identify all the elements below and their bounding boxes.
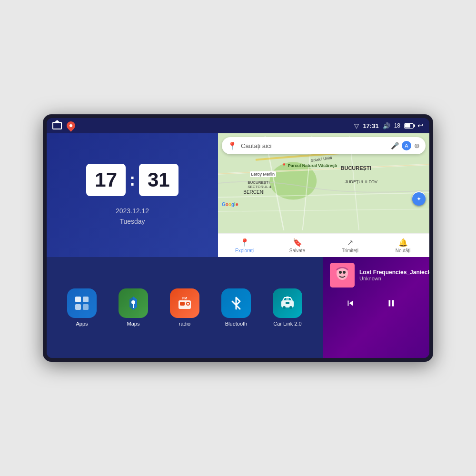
clock-widget: 17 : 31 2023.12.12 Tuesday bbox=[47, 133, 218, 257]
svg-point-25 bbox=[339, 271, 342, 274]
radio-icon-wrapper: FM bbox=[170, 288, 199, 318]
app-item-bluetooth[interactable]: Bluetooth bbox=[221, 288, 251, 327]
music-text: Lost Frequencies_Janieck Devy-... Unknow… bbox=[359, 269, 429, 281]
top-section: 17 : 31 2023.12.12 Tuesday 📍 bbox=[47, 133, 429, 257]
map-search-actions: 🎤 A ⊕ bbox=[391, 141, 420, 150]
news-label: Noutăți bbox=[396, 248, 411, 253]
carlink-icon-wrapper bbox=[273, 288, 302, 318]
next-icon bbox=[427, 298, 429, 308]
music-player: Lost Frequencies_Janieck Devy-... Unknow… bbox=[323, 257, 429, 358]
battery-icon bbox=[404, 123, 414, 129]
radio-label: radio bbox=[179, 321, 190, 327]
car-head-unit: ▽ 17:31 🔊 18 ↩ 17 : bbox=[43, 114, 433, 362]
sector4-label: BUCUREȘTISECTORUL 4 bbox=[248, 180, 271, 189]
svg-rect-10 bbox=[75, 304, 81, 310]
home-icon[interactable] bbox=[52, 122, 62, 129]
back-icon[interactable]: ↩ bbox=[417, 121, 424, 130]
microphone-icon[interactable]: 🎤 bbox=[391, 142, 399, 149]
play-pause-button[interactable] bbox=[383, 295, 400, 312]
saved-icon: 🔖 bbox=[293, 238, 302, 247]
status-bar: ▽ 17:31 🔊 18 ↩ bbox=[47, 118, 429, 133]
ilfov-label: JUDEȚUL ILFOV bbox=[345, 179, 377, 184]
svg-point-20 bbox=[289, 306, 292, 309]
signal-strength: 18 bbox=[394, 122, 400, 129]
clock-display: 17 : 31 bbox=[86, 164, 178, 196]
explore-icon: 📍 bbox=[240, 238, 249, 247]
maps-icon[interactable] bbox=[65, 119, 77, 131]
album-art-image bbox=[330, 263, 355, 288]
news-icon: 🔔 bbox=[398, 238, 408, 247]
send-icon: ↗ bbox=[347, 238, 353, 247]
apps-label: Apps bbox=[76, 321, 88, 327]
prev-button[interactable] bbox=[342, 295, 359, 312]
album-art bbox=[330, 263, 355, 288]
map-bottom-nav: 📍 Explorați 🔖 Salvate ↗ Trimiteți 🔔 bbox=[218, 233, 429, 257]
carlink-label: Car Link 2.0 bbox=[273, 321, 301, 327]
apps-icon bbox=[73, 295, 90, 312]
map-nav-news[interactable]: 🔔 Noutăți bbox=[377, 238, 429, 253]
music-artist: Unknown bbox=[359, 276, 429, 281]
clock-date: 2023.12.12 Tuesday bbox=[116, 206, 149, 227]
next-button[interactable] bbox=[424, 295, 429, 312]
park-label: 📍 Parcul Natural Văcărești bbox=[281, 163, 337, 168]
bluetooth-icon bbox=[228, 295, 245, 312]
bottom-section: Apps Maps bbox=[47, 257, 429, 358]
svg-rect-9 bbox=[83, 297, 89, 302]
svg-text:FM: FM bbox=[182, 297, 187, 300]
bucharest-label: BUCUREȘTI bbox=[341, 165, 371, 171]
svg-rect-14 bbox=[180, 302, 185, 306]
saved-label: Salvate bbox=[289, 248, 305, 253]
music-controls bbox=[330, 292, 429, 314]
google-logo: Google bbox=[222, 202, 238, 207]
play-pause-icon bbox=[386, 298, 397, 308]
svg-rect-11 bbox=[83, 304, 89, 310]
svg-rect-21 bbox=[286, 302, 289, 304]
map-nav-saved[interactable]: 🔖 Salvate bbox=[271, 238, 324, 253]
app-item-radio[interactable]: FM radio bbox=[170, 288, 199, 327]
clock-hours: 17 bbox=[86, 164, 126, 196]
map-background: 📍 Căutați aici 🎤 A ⊕ bbox=[218, 133, 429, 233]
screen: ▽ 17:31 🔊 18 ↩ 17 : bbox=[47, 118, 429, 358]
more-options-icon[interactable]: ⊕ bbox=[414, 142, 420, 149]
app-item-maps[interactable]: Maps bbox=[119, 288, 148, 327]
music-info: Lost Frequencies_Janieck Devy-... Unknow… bbox=[330, 263, 429, 288]
clock-minutes: 31 bbox=[139, 164, 178, 196]
status-right-icons: ▽ 17:31 🔊 18 ↩ bbox=[354, 121, 424, 130]
maps-icon-wrapper bbox=[119, 288, 148, 318]
clock-separator: : bbox=[129, 170, 135, 190]
explore-label: Explorați bbox=[235, 248, 254, 253]
apps-grid: Apps Maps bbox=[47, 257, 323, 358]
svg-point-26 bbox=[343, 271, 346, 274]
leroy-label: Leroy Merlin bbox=[250, 171, 277, 177]
main-content: 17 : 31 2023.12.12 Tuesday 📍 bbox=[47, 133, 429, 358]
app-item-apps[interactable]: Apps bbox=[67, 288, 97, 327]
status-left-icons bbox=[52, 121, 75, 130]
maps-label: Maps bbox=[127, 321, 140, 327]
send-label: Trimiteți bbox=[342, 248, 358, 253]
maps-app-icon bbox=[125, 295, 142, 312]
svg-point-16 bbox=[187, 303, 189, 305]
map-pin-icon: 📍 bbox=[228, 141, 237, 150]
map-widget[interactable]: 📍 Căutați aici 🎤 A ⊕ bbox=[218, 133, 429, 257]
svg-point-19 bbox=[283, 306, 286, 309]
account-icon[interactable]: A bbox=[402, 141, 411, 150]
music-title: Lost Frequencies_Janieck Devy-... bbox=[359, 269, 429, 276]
app-item-carlink[interactable]: Car Link 2.0 bbox=[273, 288, 302, 327]
svg-point-12 bbox=[131, 300, 135, 304]
svg-rect-8 bbox=[75, 297, 81, 302]
map-search-bar[interactable]: 📍 Căutați aici 🎤 A ⊕ bbox=[222, 137, 426, 154]
apps-icon-wrapper bbox=[67, 288, 97, 318]
map-search-input[interactable]: Căutați aici bbox=[241, 142, 387, 149]
radio-icon: FM bbox=[176, 295, 193, 312]
prev-icon bbox=[345, 298, 356, 308]
berceni-label: BERCENI bbox=[243, 189, 264, 195]
carlink-icon bbox=[279, 295, 296, 312]
locate-button[interactable]: ✦ bbox=[412, 192, 426, 206]
map-nav-explore[interactable]: 📍 Explorați bbox=[218, 238, 271, 253]
bluetooth-icon-wrapper bbox=[221, 288, 251, 318]
bluetooth-label: Bluetooth bbox=[225, 321, 247, 327]
splaiul-label: Splaiui Unirii bbox=[311, 156, 332, 163]
navigation-arrow-icon: ▽ bbox=[354, 122, 359, 129]
map-nav-send[interactable]: ↗ Trimiteți bbox=[324, 238, 377, 253]
svg-rect-22 bbox=[286, 296, 289, 300]
